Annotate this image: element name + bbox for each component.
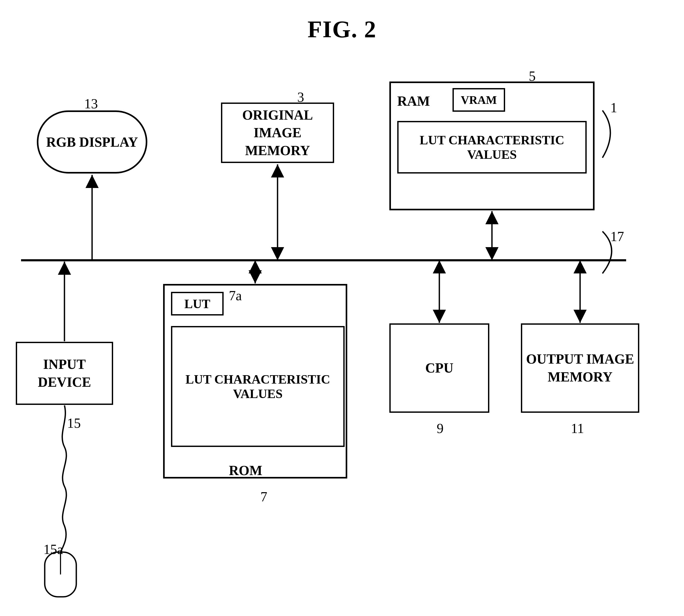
rom-label: ROM (229, 463, 262, 478)
ref-7a: 7a (229, 288, 242, 303)
ref-17: 17 (610, 229, 624, 244)
ref-15: 15 (67, 415, 81, 431)
ref-15a: 15a (43, 542, 63, 557)
lut-char-values-top-block: LUT CHARACTERISTIC VALUES (397, 121, 587, 174)
ref-9: 9 (437, 421, 444, 436)
ref-13: 13 (84, 96, 98, 111)
cpu-block: CPU (389, 323, 489, 413)
ref-1: 1 (610, 100, 617, 115)
rgb-display-block: RGB DISPLAY (37, 110, 147, 174)
ref-5: 5 (529, 68, 536, 84)
lut-char-values-bot-block: LUT CHARACTERISTIC VALUES (171, 326, 345, 447)
lut-inner-block: LUT (171, 292, 223, 315)
vram-block: VRAM (452, 88, 505, 112)
input-device-block: INPUT DEVICE (16, 342, 113, 405)
ref-11: 11 (571, 421, 584, 436)
ref-7: 7 (260, 489, 267, 505)
output-image-memory-block: OUTPUT IMAGE MEMORY (521, 323, 639, 413)
figure-title: FIG. 2 (307, 16, 377, 43)
ref-3: 3 (297, 89, 304, 105)
svg-rect-8 (45, 552, 76, 597)
original-image-memory-block: ORIGINAL IMAGE MEMORY (221, 103, 334, 163)
ram-label: RAM (397, 93, 430, 109)
